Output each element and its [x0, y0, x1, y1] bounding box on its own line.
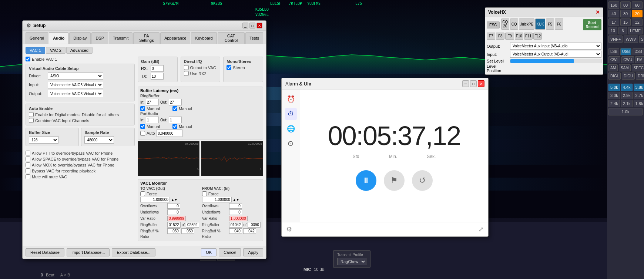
key-kuk[interactable]: KUK: [535, 19, 545, 30]
output-to-vac-label[interactable]: Output to VAC: [184, 65, 217, 70]
key-f7[interactable]: F7: [487, 33, 495, 40]
mode-usb[interactable]: USB: [620, 48, 632, 55]
mute-vac-checkbox[interactable]: [26, 174, 30, 179]
key-f5[interactable]: F5: [546, 19, 554, 30]
output-select[interactable]: Voicemeeter VAIO3 Virtual A: [48, 90, 103, 97]
tab-general[interactable]: General: [26, 32, 48, 44]
close-btn[interactable]: ✕: [256, 23, 262, 28]
bypass-vac-label[interactable]: Bypass VAC for recording playback: [26, 168, 135, 173]
import-db-btn[interactable]: Import Database...: [67, 248, 110, 256]
minimize-btn[interactable]: _: [242, 23, 248, 28]
digital-modes-label[interactable]: Enable for Digital modes, Disable for al…: [29, 112, 131, 117]
maximize-btn[interactable]: □: [249, 23, 255, 28]
tab-pa-settings[interactable]: PA Settings: [133, 32, 160, 44]
to-vac-force-label[interactable]: Force: [140, 191, 157, 196]
enable-vac1-checkbox[interactable]: [26, 57, 30, 61]
esc-button[interactable]: ESC: [487, 21, 500, 28]
from-vac-force-val[interactable]: [202, 197, 232, 202]
pa-manual-in-check[interactable]: [140, 124, 145, 129]
eq-29k[interactable]: 2.9k: [621, 92, 633, 99]
level-slider[interactable]: [510, 59, 601, 63]
mode-spec[interactable]: SPEC: [632, 64, 644, 71]
output-to-vac-checkbox[interactable]: [184, 65, 189, 70]
pa-out-input[interactable]: [169, 117, 182, 123]
ok-btn[interactable]: OK: [201, 248, 217, 256]
mode-dsb[interactable]: DSB: [633, 48, 644, 55]
rb-manual-in-check[interactable]: [140, 106, 145, 111]
apply-btn[interactable]: Apply: [243, 248, 263, 256]
eq-18k[interactable]: 1.8k: [634, 100, 644, 107]
vac2-tab[interactable]: VAC 2: [46, 47, 66, 54]
eq-33k[interactable]: 3.3k: [608, 92, 620, 99]
stereo-checkbox[interactable]: [227, 65, 231, 70]
freq-80[interactable]: 80: [620, 1, 631, 9]
eq-5k[interactable]: 5.0k: [608, 84, 620, 91]
eq-24k[interactable]: 2.4k: [608, 100, 620, 107]
bypass-vac-checkbox[interactable]: [26, 168, 30, 173]
buffer-size-select[interactable]: 128: [29, 136, 58, 144]
rb-out-input[interactable]: [169, 99, 182, 105]
allow-ptt-label[interactable]: Allow PTT to override/bypass VAC for Pho…: [26, 151, 135, 155]
freq-40[interactable]: 40: [608, 10, 619, 17]
freq-60[interactable]: 60: [632, 1, 643, 9]
tab-tests[interactable]: Tests: [245, 32, 263, 44]
rx-gain-input[interactable]: [151, 65, 164, 72]
pa-manual-out-label[interactable]: Manual: [172, 124, 192, 129]
freq-6[interactable]: 6: [618, 27, 627, 34]
freq-swl[interactable]: SWL: [639, 36, 644, 43]
alarm-expand-icon[interactable]: ⤢: [478, 225, 484, 233]
alarm-close-btn[interactable]: ✕: [478, 80, 484, 87]
voicehx-output-select[interactable]: VoiceMeeter Aux Input (VB-Audio: [510, 43, 601, 50]
alarm-timer-icon[interactable]: ⏱: [285, 108, 297, 120]
key-f9[interactable]: F9: [505, 33, 514, 40]
tab-transmit[interactable]: Transmit: [109, 32, 133, 44]
freq-lfmf[interactable]: LFMF: [628, 27, 643, 34]
mode-cwl[interactable]: CWL: [608, 56, 620, 63]
key-f10[interactable]: F10: [515, 33, 523, 40]
advanced-tab[interactable]: Advanced: [66, 47, 93, 54]
to-vac-force-val[interactable]: [140, 197, 170, 202]
freq-15[interactable]: 15: [620, 19, 631, 26]
tab-keyboard[interactable]: Keyboard: [191, 32, 217, 44]
mode-drm[interactable]: DRM: [636, 73, 644, 80]
freq-vhf[interactable]: VHF+: [608, 36, 623, 43]
allow-ptt-checkbox[interactable]: [26, 151, 30, 155]
allow-space-checkbox[interactable]: [26, 157, 30, 161]
voicehx-input-select[interactable]: VoiceMeeter Aux Output (VB-Audi: [510, 51, 601, 58]
input-select[interactable]: Voicemeeter VAIO3 Virtual A: [48, 81, 103, 88]
from-vac-force-label[interactable]: Force: [202, 191, 219, 196]
alarm-settings-icon[interactable]: ⚙: [286, 225, 292, 233]
start-record-btn[interactable]: Start Record: [583, 19, 601, 30]
use-rx2-checkbox[interactable]: [184, 71, 189, 76]
driver-select[interactable]: ASIO: [48, 72, 103, 80]
key-juickpe[interactable]: JuickPE: [519, 19, 534, 30]
export-db-btn[interactable]: Export Database...: [112, 248, 155, 256]
tab-audio[interactable]: Audio: [49, 32, 68, 44]
allow-mox-label[interactable]: Allow MOX to override/bypass VAC for Pho…: [26, 162, 135, 167]
eq-38k[interactable]: 3.8k: [634, 84, 644, 91]
mode-sam[interactable]: SAM: [619, 64, 631, 71]
key-f6[interactable]: F6: [555, 19, 563, 30]
alarm-stopwatch-icon[interactable]: ⏲: [285, 138, 297, 149]
alarm-world-icon[interactable]: 🌐: [285, 123, 297, 135]
mute-vac-label[interactable]: Mute will mute VAC: [26, 174, 135, 179]
mode-am[interactable]: AM: [608, 64, 618, 71]
mode-cwu[interactable]: CWU: [621, 56, 634, 63]
enable-vac1-label[interactable]: Enable VAC 1: [26, 57, 135, 61]
freq-10[interactable]: 10: [608, 27, 617, 34]
key-cq[interactable]: CQ: [510, 19, 518, 30]
pa-in-input[interactable]: [146, 117, 159, 123]
key-f12[interactable]: F12: [533, 33, 542, 40]
combine-vac-checkbox[interactable]: [29, 118, 34, 123]
rb-manual-out-label[interactable]: Manual: [172, 106, 192, 111]
sample-rate-select[interactable]: 48000: [84, 136, 114, 144]
tab-display[interactable]: Display: [69, 32, 91, 44]
mode-lsb[interactable]: LSB: [608, 48, 619, 55]
eq-last[interactable]: 1.0k: [608, 108, 643, 115]
rb-manual-in-label[interactable]: Manual: [140, 106, 160, 111]
rb-in-input[interactable]: [146, 99, 159, 105]
auto-label[interactable]: Auto: [140, 131, 155, 136]
to-vac-force-checkbox[interactable]: [140, 191, 145, 196]
tx-gain-input[interactable]: [151, 73, 164, 80]
vac1-tab[interactable]: VAC 1: [26, 47, 45, 54]
